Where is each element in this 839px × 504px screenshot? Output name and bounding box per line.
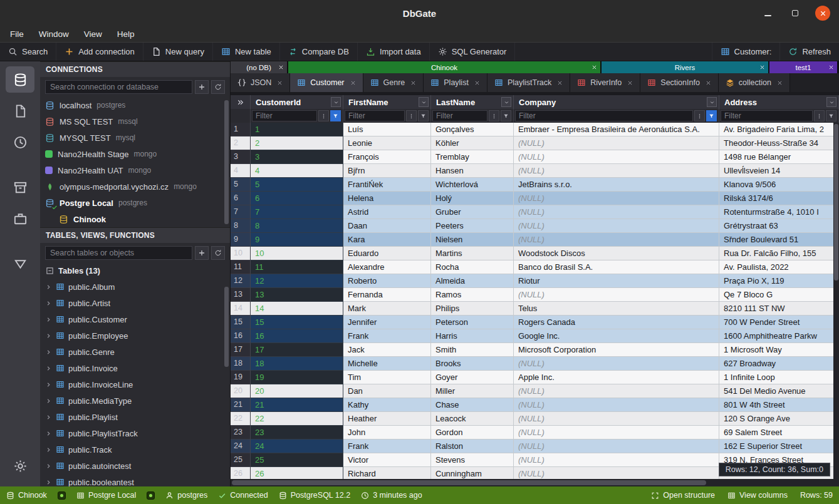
cell-customerid[interactable]: 2 [251, 136, 343, 150]
row-number-cell[interactable]: 21 [231, 398, 251, 412]
cell-firstname[interactable]: François [343, 150, 431, 164]
status-item-open-structure[interactable]: Open structure [651, 491, 715, 500]
cell-lastname[interactable]: Gonçalves [431, 123, 514, 136]
refresh-connections-button[interactable] [211, 80, 225, 94]
tab-collection[interactable]: collection [719, 73, 790, 92]
add-connection-mini-button[interactable] [195, 80, 209, 94]
table-item-public-mediatype[interactable]: public.MediaType [40, 393, 230, 409]
close-icon[interactable] [278, 64, 284, 70]
toolbar-button-new-query[interactable]: New query [143, 43, 213, 61]
row-number-cell[interactable]: 1 [231, 123, 251, 136]
cell-firstname[interactable]: Mark [343, 302, 431, 316]
cell-firstname[interactable]: Astrid [343, 205, 431, 219]
close-icon[interactable] [627, 80, 633, 86]
close-icon[interactable] [706, 80, 711, 86]
tab-genre[interactable]: Genre [363, 73, 424, 92]
cell-customerid[interactable]: 26 [251, 467, 343, 479]
column-header-lastname[interactable]: LastName [431, 95, 514, 109]
cell-customerid[interactable]: 6 [251, 192, 343, 205]
cell-company[interactable]: Embraer - Empresa Brasileira de Aeronáut… [514, 123, 719, 136]
cell-address[interactable]: Av. Brigadeiro Faria Lima, 2 [719, 123, 839, 136]
row-number-cell[interactable]: 12 [231, 274, 251, 288]
cell-lastname[interactable]: Smith [431, 343, 514, 357]
close-icon[interactable] [557, 80, 563, 86]
cell-customerid[interactable]: 3 [251, 150, 343, 164]
filter-input-company[interactable] [515, 110, 693, 121]
table-item-public-genre[interactable]: public.Genre [40, 344, 230, 360]
filter-funnel-button[interactable] [418, 110, 429, 121]
cell-company[interactable]: (NULL) [514, 233, 719, 247]
table-item-public-customer[interactable]: public.Customer [40, 311, 230, 327]
cell-address[interactable]: Sřnder Boulevard 51 [719, 233, 839, 247]
row-number-cell[interactable]: 20 [231, 384, 251, 398]
column-dropdown-button[interactable] [501, 97, 511, 107]
files-icon[interactable] [6, 98, 34, 124]
cell-customerid[interactable]: 21 [251, 398, 343, 412]
cell-address[interactable]: 1498 rue Bélanger [719, 150, 839, 164]
row-number-cell[interactable]: 26 [231, 467, 251, 479]
filter-funnel-button[interactable] [330, 110, 341, 121]
row-number-cell[interactable]: 8 [231, 219, 251, 233]
row-number-cell[interactable]: 7 [231, 205, 251, 219]
cell-customerid[interactable]: 18 [251, 357, 343, 371]
cell-firstname[interactable]: Kara [343, 233, 431, 247]
cell-firstname[interactable]: Frank [343, 440, 431, 453]
cell-address[interactable]: Theodor-Heuss-Straße 34 [719, 136, 839, 150]
row-number-cell[interactable]: 15 [231, 316, 251, 329]
row-number-cell[interactable]: 22 [231, 412, 251, 426]
close-icon[interactable] [410, 80, 416, 86]
close-icon[interactable] [474, 80, 480, 86]
connection-item-nano2health-uat[interactable]: Nano2Health UATmongo [40, 162, 230, 178]
connection-item-olympus-medportal-vychozi-cz[interactable]: olympus-medportal.vychozi.czmongo [40, 178, 230, 195]
column-dropdown-button[interactable] [331, 97, 341, 107]
cell-customerid[interactable]: 8 [251, 219, 343, 233]
cell-company[interactable]: (NULL) [514, 453, 719, 467]
connection-item-ms-sql-test[interactable]: MS SQL TESTmssql [40, 113, 230, 130]
cell-address[interactable]: 1 Microsoft Way [719, 343, 839, 357]
cell-lastname[interactable]: Köhler [431, 136, 514, 150]
scrollbar-thumb[interactable] [834, 124, 838, 280]
cell-customerid[interactable]: 25 [251, 453, 343, 467]
table-item-public-invoice[interactable]: public.Invoice [40, 360, 230, 376]
cell-lastname[interactable]: Harris [431, 329, 514, 343]
cell-customerid[interactable]: 22 [251, 412, 343, 426]
menu-item-help[interactable]: Help [111, 28, 141, 40]
cell-firstname[interactable]: Heather [343, 412, 431, 426]
row-number-cell[interactable]: 2 [231, 136, 251, 150]
tables-scrollbar[interactable] [224, 287, 229, 367]
filter-funnel-button[interactable] [501, 110, 511, 121]
cell-lastname[interactable]: Wichterlová [431, 178, 514, 192]
archive-icon[interactable] [6, 174, 34, 200]
cell-lastname[interactable]: Gruber [431, 205, 514, 219]
close-button[interactable] [815, 6, 830, 21]
tab-playlisttrack[interactable]: PlaylistTrack [487, 73, 570, 92]
table-item-public-album[interactable]: public.Album [40, 279, 230, 295]
table-item-public-booleantest[interactable]: public.booleantest [40, 474, 230, 486]
cell-lastname[interactable]: Miller [431, 384, 514, 398]
cell-customerid[interactable]: 20 [251, 384, 343, 398]
menu-item-window[interactable]: Window [33, 28, 75, 40]
cell-address[interactable]: 700 W Pender Street [719, 316, 839, 329]
history-icon[interactable] [6, 129, 34, 155]
close-icon[interactable] [828, 64, 834, 70]
table-item-public-invoiceline[interactable]: public.InvoiceLine [40, 376, 230, 393]
connections-scrollbar[interactable] [224, 100, 229, 224]
filter-funnel-button[interactable] [706, 110, 717, 121]
column-header-address[interactable]: Address [719, 95, 839, 109]
cell-firstname[interactable]: Daan [343, 219, 431, 233]
toolbar-button-add-connection[interactable]: Add connection [56, 43, 143, 61]
cell-firstname[interactable]: Jack [343, 343, 431, 357]
cell-customerid[interactable]: 14 [251, 302, 343, 316]
column-header-customerid[interactable]: CustomerId [251, 95, 343, 109]
cell-address[interactable]: Praça Pio X, 119 [719, 274, 839, 288]
cell-address[interactable]: Av. Paulista, 2022 [719, 260, 839, 274]
tab-customer[interactable]: Customer [290, 73, 363, 92]
cell-customerid[interactable]: 7 [251, 205, 343, 219]
scrollbar-thumb[interactable] [232, 480, 706, 485]
cell-company[interactable]: Microsoft Corporation [514, 343, 719, 357]
cell-firstname[interactable]: Leonie [343, 136, 431, 150]
cell-company[interactable]: Banco do Brasil S.A. [514, 260, 719, 274]
cell-firstname[interactable]: Helena [343, 192, 431, 205]
cell-address[interactable]: 627 Broadway [719, 357, 839, 371]
cell-customerid[interactable]: 13 [251, 288, 343, 302]
